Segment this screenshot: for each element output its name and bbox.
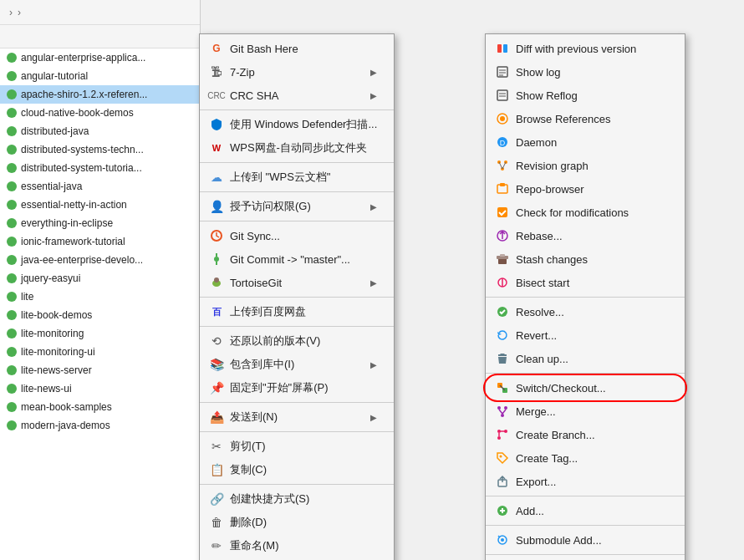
menu-item-merge[interactable]: Merge... [486, 400, 685, 423]
file-name: cloud-native-book-demos [21, 107, 134, 119]
menu-item-diff[interactable]: Diff with previous version [486, 37, 685, 60]
revert-icon [494, 327, 511, 344]
context-menu-1: GGit Bash Here🗜7-Zip▶CRCCRC SHA▶使用 Windo… [199, 33, 395, 560]
file-item[interactable]: distributed-system-tutoria... [0, 159, 200, 177]
menu-item-check[interactable]: Check for modifications [486, 201, 685, 224]
menu-item-label: 上传到 "WPS云文档" [230, 170, 377, 185]
menu-item-revert[interactable]: Revert... [486, 323, 685, 347]
menu-item-stash[interactable]: Stash changes [486, 247, 685, 271]
submenu-arrow-icon: ▶ [370, 413, 377, 422]
menu-item-baidu[interactable]: 百上传到百度网盘 [200, 300, 394, 323]
menu-item-library[interactable]: 📚包含到库中(I)▶ [200, 353, 394, 376]
file-item[interactable]: lite-monitoring-ui [0, 343, 200, 361]
file-item[interactable]: apache-shiro-1.2.x-referen... [0, 85, 200, 104]
menu-item-label: Browse References [516, 113, 668, 125]
file-item[interactable]: lite-monitoring [0, 324, 200, 343]
file-item[interactable]: essential-netty-in-action [0, 196, 200, 214]
menu-item-revision[interactable]: Revision graph [486, 154, 685, 177]
defender-icon [208, 116, 225, 133]
menu-item-restore[interactable]: ⟲还原以前的版本(V) [200, 329, 394, 353]
reflog-icon [494, 87, 511, 104]
daemon-icon: D [494, 134, 511, 150]
file-item[interactable]: lite [0, 288, 200, 306]
menu-item-cloud[interactable]: ☁上传到 "WPS云文档" [200, 165, 394, 189]
menu-item-copy[interactable]: 📋复制(C) [200, 458, 394, 481]
svg-line-22 [499, 162, 502, 169]
file-name: jquery-easyui [21, 272, 80, 284]
file-item[interactable]: angular-enterprise-applica... [0, 48, 200, 67]
file-item[interactable]: java-ee-enterprise-develo... [0, 251, 200, 269]
file-item[interactable]: modern-java-demos [0, 416, 200, 435]
git-status-icon [7, 89, 17, 99]
file-item[interactable]: distributed-systems-techn... [0, 140, 200, 159]
file-item[interactable]: cloud-native-book-demos [0, 104, 200, 122]
menu-item-label: Create Tag... [516, 452, 668, 465]
svg-point-47 [500, 456, 502, 458]
menu-item-reflog[interactable]: Show Reflog [486, 84, 685, 107]
menu-item-share[interactable]: 👤授予访问权限(G)▶ [200, 195, 394, 218]
git-status-icon [7, 255, 17, 265]
menu-item-label: Switch/Checkout... [516, 382, 668, 395]
git-status-icon [7, 402, 17, 412]
menu-item-bisect[interactable]: Bisect start [486, 271, 685, 294]
sync-icon [208, 227, 225, 244]
file-list: angular-enterprise-applica...angular-tut… [0, 48, 200, 435]
menu-item-rebase[interactable]: Rebase... [486, 224, 685, 247]
menu-item-submodule[interactable]: Submodule Add... [486, 528, 685, 552]
menu-item-switch[interactable]: Switch/Checkout... [486, 376, 685, 400]
submenu-arrow-icon: ▶ [370, 202, 377, 211]
file-name: essential-java [21, 181, 82, 192]
menu-item-repo[interactable]: Repo-browser [486, 177, 685, 201]
file-item[interactable]: everything-in-eclipse [0, 214, 200, 232]
menu-item-branch[interactable]: Create Branch... [486, 423, 685, 446]
menu-item-sync[interactable]: Git Sync... [200, 224, 394, 247]
menu-item-pin[interactable]: 📌固定到"开始"屏幕(P) [200, 376, 394, 400]
menu-item-rename[interactable]: ✏重命名(M) [200, 534, 394, 557]
menu-item-wps[interactable]: WWPS网盘-自动同步此文件夹 [200, 136, 394, 160]
browse-icon [494, 110, 511, 127]
menu-item-tag[interactable]: Create Tag... [486, 446, 685, 470]
svg-rect-25 [500, 183, 505, 186]
menu-item-daemon[interactable]: DDaemon [486, 130, 685, 154]
diff-icon [494, 40, 511, 57]
menu-item-crc[interactable]: CRCCRC SHA▶ [200, 84, 394, 107]
svg-point-39 [501, 414, 504, 417]
menu-item-label: Stash changes [516, 253, 668, 266]
menu-item-cut[interactable]: ✂剪切(T) [200, 435, 394, 458]
menu-item-defender[interactable]: 使用 Windows Defender扫描... [200, 113, 394, 136]
menu-item-browse[interactable]: Browse References [486, 107, 685, 130]
git-status-icon [7, 420, 17, 430]
svg-point-38 [504, 406, 507, 410]
menu-item-zip[interactable]: 🗜7-Zip▶ [200, 60, 394, 84]
menu-item-commit[interactable]: Git Commit -> "master"... [200, 247, 394, 271]
menu-separator [200, 297, 394, 298]
menu-item-cleanup[interactable]: Clean up... [486, 347, 685, 370]
file-item[interactable]: lite-news-server [0, 361, 200, 379]
file-item[interactable]: essential-java [0, 177, 200, 196]
file-item[interactable]: lite-book-demos [0, 306, 200, 324]
menu-item-resolve[interactable]: Resolve... [486, 300, 685, 323]
menu-item-git[interactable]: GGit Bash Here [200, 37, 394, 60]
file-item[interactable]: angular-tutorial [0, 67, 200, 85]
breadcrumb-sep-2: › [18, 7, 21, 18]
file-item[interactable]: distributed-java [0, 122, 200, 140]
menu-item-tortoise[interactable]: TortoiseGit▶ [200, 271, 394, 294]
file-name: everything-in-eclipse [21, 217, 113, 229]
menu-item-label: CRC SHA [230, 89, 370, 102]
menu-separator [200, 162, 394, 163]
menu-item-label: Clean up... [516, 353, 668, 365]
menu-item-send[interactable]: 📤发送到(N)▶ [200, 405, 394, 429]
menu-item-log[interactable]: Show log [486, 60, 685, 84]
file-item[interactable]: mean-book-samples [0, 398, 200, 416]
menu-item-label: Git Bash Here [230, 43, 377, 55]
breadcrumb: › › [0, 0, 200, 25]
menu-item-add[interactable]: Add... [486, 499, 685, 522]
file-name: apache-shiro-1.2.x-referen... [21, 89, 147, 100]
file-item[interactable]: lite-news-ui [0, 379, 200, 398]
menu-item-delete[interactable]: 🗑删除(D) [200, 511, 394, 534]
file-item[interactable]: jquery-easyui [0, 269, 200, 288]
file-item[interactable]: ionic-framework-tutorial [0, 232, 200, 251]
menu-item-export[interactable]: Export... [486, 470, 685, 493]
menu-item-label: 发送到(N) [230, 410, 370, 425]
menu-item-shortcut[interactable]: 🔗创建快捷方式(S) [200, 487, 394, 511]
